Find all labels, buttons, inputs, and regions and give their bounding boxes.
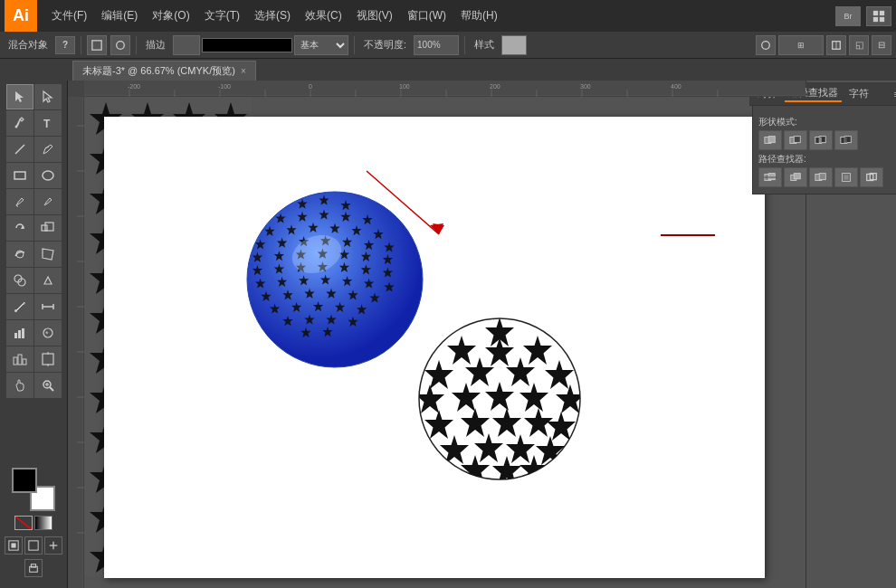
paintbrush-tool[interactable]: [6, 189, 33, 214]
shape-builder-tool[interactable]: [6, 268, 33, 293]
crop-btn[interactable]: [834, 167, 858, 187]
menu-window[interactable]: 窗口(W): [400, 6, 453, 25]
measure-tool[interactable]: [34, 294, 62, 319]
menu-file[interactable]: 文件(F): [44, 6, 94, 25]
none-fill-btn[interactable]: [14, 516, 33, 530]
type-tool[interactable]: T: [34, 110, 62, 136]
opacity-input[interactable]: [414, 35, 459, 55]
mode-label: 混合对象: [5, 38, 52, 52]
canvas-btn-4[interactable]: [24, 559, 43, 577]
rectangle-tool[interactable]: [6, 163, 33, 188]
foreground-color-swatch[interactable]: [12, 468, 37, 493]
svg-rect-30: [18, 355, 22, 365]
pen-tool[interactable]: [6, 110, 33, 136]
tool-option-2[interactable]: [110, 35, 130, 55]
screen-mode-btn-3[interactable]: [44, 536, 62, 555]
intersect-btn[interactable]: [809, 130, 833, 150]
tool-option-1[interactable]: [87, 35, 107, 55]
menu-help[interactable]: 帮助(H): [453, 6, 505, 25]
document-tab[interactable]: 未标题-3* @ 66.67% (CMYK/预览) ×: [72, 61, 256, 81]
svg-line-11: [15, 145, 24, 154]
outline-btn[interactable]: [860, 167, 883, 187]
tab-title: 未标题-3* @ 66.67% (CMYK/预览): [82, 64, 235, 78]
trim-btn[interactable]: [784, 167, 807, 187]
right-toolbar-btn-3[interactable]: [826, 35, 846, 55]
svg-point-13: [43, 171, 53, 180]
ai-logo: Ai: [5, 0, 37, 32]
right-toolbar-btn-4[interactable]: ◱: [849, 35, 869, 55]
select-tool[interactable]: [6, 84, 33, 109]
svg-text:400: 400: [671, 83, 682, 90]
menu-select[interactable]: 选择(S): [247, 6, 298, 25]
merge-btn[interactable]: [809, 167, 833, 187]
svg-rect-24: [14, 333, 17, 338]
ruler-corner: [68, 81, 84, 97]
stroke-preview: [202, 38, 292, 52]
menu-view[interactable]: 视图(V): [349, 6, 400, 25]
bridge-button[interactable]: Br: [835, 6, 861, 26]
canvas-area[interactable]: -200 -100 0 100 200 300 400: [68, 81, 805, 588]
menu-object[interactable]: 对象(O): [145, 6, 196, 25]
change-screen-mode-btn[interactable]: [5, 536, 23, 555]
eyedropper-tool[interactable]: [6, 294, 33, 319]
divide-btn[interactable]: [758, 167, 782, 187]
warp-tool[interactable]: [6, 242, 33, 267]
gradient-btn[interactable]: [34, 516, 52, 530]
svg-rect-106: [844, 175, 848, 179]
stroke-preset-select[interactable]: 基本: [294, 35, 348, 55]
unite-btn[interactable]: [758, 130, 782, 150]
right-toolbar-btn-5[interactable]: ⊟: [872, 35, 891, 55]
character-tab[interactable]: 字符: [845, 86, 872, 101]
svg-line-39: [15, 517, 32, 529]
minus-front-btn[interactable]: [784, 130, 807, 150]
svg-rect-0: [873, 10, 878, 14]
pathfinder-panel: 对齐 路径查找器 字符 ≡ 形状模式:: [752, 85, 896, 194]
svg-rect-15: [42, 225, 47, 231]
svg-text:200: 200: [490, 83, 500, 90]
pencil-tool[interactable]: [34, 137, 62, 162]
svg-point-5: [117, 41, 125, 49]
help-icon-btn[interactable]: ?: [55, 36, 75, 54]
menu-effect[interactable]: 效果(C): [298, 6, 349, 25]
artboard-tool[interactable]: [34, 346, 62, 372]
stroke-color-input[interactable]: [173, 35, 200, 55]
shape-modes-row: [758, 130, 895, 150]
svg-text:100: 100: [399, 83, 410, 90]
artboard: [104, 117, 765, 578]
color-swatch-container[interactable]: [12, 468, 55, 511]
svg-rect-25: [18, 330, 21, 338]
free-transform-tool[interactable]: [34, 242, 62, 267]
svg-rect-16: [45, 223, 53, 231]
graph-tool[interactable]: [6, 320, 33, 346]
ruler-horizontal: -200 -100 0 100 200 300 400: [84, 81, 805, 97]
svg-rect-94: [819, 138, 822, 143]
hand-tool[interactable]: [6, 373, 33, 398]
zoom-tool[interactable]: [34, 373, 62, 398]
exclude-btn[interactable]: [834, 130, 858, 150]
style-preview[interactable]: [501, 35, 527, 55]
menu-edit[interactable]: 编辑(E): [94, 6, 145, 25]
svg-point-9: [14, 126, 17, 128]
svg-rect-41: [11, 543, 15, 547]
tab-close-btn[interactable]: ×: [241, 66, 246, 76]
svg-rect-29: [14, 357, 17, 365]
scale-tool[interactable]: [34, 215, 62, 241]
rotate-tool[interactable]: [6, 215, 33, 241]
style-label: 样式: [471, 38, 498, 52]
svg-rect-31: [23, 359, 26, 365]
svg-rect-89: [768, 137, 775, 143]
right-toolbar-btn-2[interactable]: ⊞: [778, 35, 824, 55]
symbol-tool[interactable]: *: [34, 320, 62, 346]
menu-text[interactable]: 文字(T): [197, 6, 247, 25]
column-graph-tool[interactable]: [6, 346, 33, 372]
svg-text:T: T: [43, 118, 51, 130]
direct-select-tool[interactable]: [34, 84, 62, 109]
blob-brush-tool[interactable]: [34, 189, 62, 214]
screen-mode-btn-2[interactable]: [24, 536, 43, 555]
svg-text:0: 0: [309, 83, 312, 90]
view-mode-button[interactable]: [866, 6, 891, 26]
ellipse-tool[interactable]: [34, 163, 62, 188]
live-paint-tool[interactable]: [34, 268, 62, 293]
right-toolbar-btn-1[interactable]: [756, 35, 776, 55]
line-tool[interactable]: [6, 137, 33, 162]
